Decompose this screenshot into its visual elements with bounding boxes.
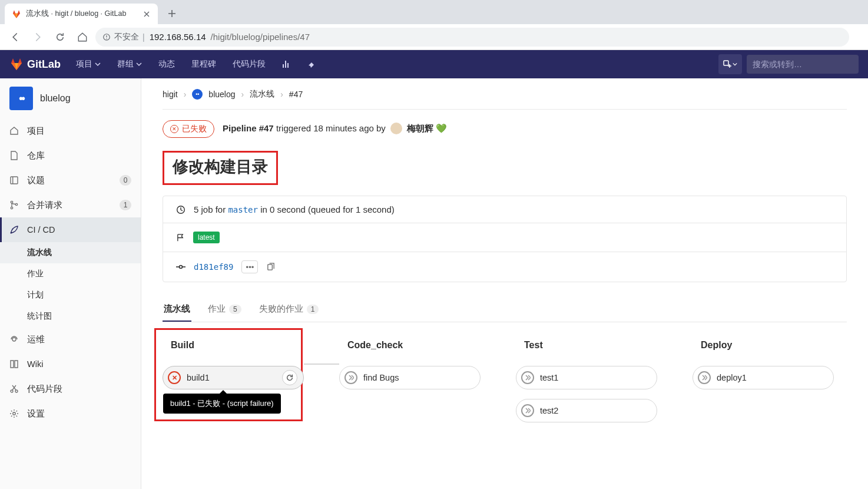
sidebar-item-issues[interactable]: 议题 0 bbox=[0, 168, 141, 193]
job-skipped-icon bbox=[521, 371, 534, 384]
pipeline-info-card: 5 job for master in 0 second (queued for… bbox=[163, 196, 847, 282]
svg-point-11 bbox=[15, 390, 18, 392]
reload-button[interactable] bbox=[51, 28, 69, 47]
commit-menu-button[interactable]: ••• bbox=[241, 260, 258, 273]
tab-jobs[interactable]: 作业5 bbox=[207, 298, 243, 322]
project-header[interactable]: •• bluelog bbox=[0, 78, 141, 118]
breadcrumb-project-avatar: •• bbox=[192, 89, 203, 100]
job-test1[interactable]: test1 bbox=[516, 366, 657, 389]
nav-activity[interactable]: 动态 bbox=[153, 50, 181, 78]
commit-title-highlight: 修改构建目录 bbox=[163, 151, 278, 185]
heart-icon: 💚 bbox=[436, 123, 447, 133]
job-build1[interactable]: ✕ build1 build1 - 已失败 - (script failure) bbox=[163, 366, 304, 389]
svg-point-12 bbox=[13, 412, 15, 415]
pipeline-description: Pipeline #47 triggered 18 minutes ago by… bbox=[223, 123, 447, 135]
sidebar-item-ops[interactable]: 运维 bbox=[0, 327, 141, 352]
svg-point-7 bbox=[11, 207, 12, 209]
breadcrumb-project[interactable]: bluelog bbox=[208, 90, 235, 99]
issues-icon bbox=[9, 176, 19, 185]
nav-plus-button[interactable] bbox=[718, 54, 742, 74]
sidebar-item-cicd[interactable]: CI / CD bbox=[0, 217, 141, 242]
job-test2[interactable]: test2 bbox=[516, 399, 657, 422]
nav-groups[interactable]: 群组 bbox=[111, 50, 148, 78]
nav-search-input[interactable] bbox=[747, 55, 859, 74]
commit-sha-link[interactable]: d181ef89 bbox=[194, 262, 233, 272]
pipeline-status-badge[interactable]: ✕ 已失败 bbox=[163, 120, 214, 138]
address-bar[interactable]: 不安全 | 192.168.56.14/higit/bluelog/pipeli… bbox=[95, 28, 849, 47]
chevron-right-icon: › bbox=[184, 90, 187, 99]
job-deploy1[interactable]: deploy1 bbox=[693, 366, 834, 389]
chevron-right-icon: › bbox=[280, 90, 283, 99]
sidebar-sub-pipelines[interactable]: 流水线 bbox=[0, 242, 141, 263]
sidebar-item-project[interactable]: 项目 bbox=[0, 118, 141, 143]
insecure-icon: 不安全 | bbox=[102, 32, 145, 42]
new-tab-button[interactable] bbox=[164, 5, 180, 22]
sidebar-item-repo[interactable]: 仓库 bbox=[0, 143, 141, 168]
svg-point-8 bbox=[15, 203, 17, 205]
pipeline-graph: Build ✕ build1 build1 - 已失败 - (script fa… bbox=[163, 322, 847, 432]
gitlab-logo[interactable]: GitLab bbox=[9, 57, 61, 71]
nav-chart-icon[interactable] bbox=[276, 54, 296, 74]
svg-point-14 bbox=[180, 266, 183, 269]
file-icon bbox=[9, 151, 19, 160]
tab-pipeline[interactable]: 流水线 bbox=[163, 298, 191, 322]
issues-count: 0 bbox=[120, 175, 131, 186]
project-name: bluelog bbox=[40, 93, 71, 104]
browser-tab[interactable]: 流水线 · higit / bluelog · GitLab bbox=[5, 4, 158, 24]
nav-milestones[interactable]: 里程碑 bbox=[185, 50, 222, 78]
clock-icon bbox=[176, 205, 185, 214]
tab-title: 流水线 · higit / bluelog · GitLab bbox=[26, 9, 138, 19]
commit-icon bbox=[176, 262, 185, 272]
job-skipped-icon bbox=[521, 404, 534, 417]
breadcrumb-section[interactable]: 流水线 bbox=[250, 89, 274, 100]
sidebar: •• bluelog 项目 仓库 议题 0 合并请求 1 CI / CD 流水线… bbox=[0, 78, 141, 489]
failed-icon: ✕ bbox=[170, 125, 178, 133]
sidebar-item-snippets[interactable]: 代码片段 bbox=[0, 376, 141, 401]
home-button[interactable] bbox=[73, 28, 92, 47]
gear-icon bbox=[9, 409, 19, 418]
merge-icon bbox=[9, 200, 19, 210]
tag-latest[interactable]: latest bbox=[193, 232, 220, 243]
gitlab-favicon-icon bbox=[12, 9, 21, 19]
ops-icon bbox=[9, 335, 19, 344]
tab-failed-jobs[interactable]: 失败的作业1 bbox=[258, 298, 320, 322]
svg-point-10 bbox=[11, 390, 13, 392]
chevron-right-icon: › bbox=[241, 90, 244, 99]
job-find-bugs[interactable]: find Bugs bbox=[339, 366, 481, 389]
back-button[interactable] bbox=[6, 28, 25, 47]
stage-build: Build ✕ build1 build1 - 已失败 - (script fa… bbox=[163, 338, 304, 432]
job-failed-icon: ✕ bbox=[168, 371, 181, 384]
breadcrumb-group[interactable]: higit bbox=[163, 90, 178, 99]
commit-row: d181ef89 ••• bbox=[163, 252, 846, 282]
copy-sha-button[interactable] bbox=[266, 263, 275, 272]
svg-rect-5 bbox=[12, 177, 13, 184]
job-tooltip: build1 - 已失败 - (script failure) bbox=[163, 394, 281, 414]
branch-link[interactable]: master bbox=[228, 205, 258, 214]
project-avatar: •• bbox=[9, 87, 33, 110]
pipeline-header: ✕ 已失败 Pipeline #47 triggered 18 minutes … bbox=[163, 110, 847, 151]
svg-point-2 bbox=[106, 38, 107, 39]
sidebar-item-merge[interactable]: 合并请求 1 bbox=[0, 193, 141, 217]
wiki-icon bbox=[9, 359, 19, 369]
sidebar-sub-schedules[interactable]: 计划 bbox=[0, 285, 141, 306]
stage-test: Test test1 test2 bbox=[516, 338, 657, 432]
sidebar-sub-charts[interactable]: 统计图 bbox=[0, 306, 141, 327]
sidebar-sub-jobs[interactable]: 作业 bbox=[0, 263, 141, 285]
svg-rect-4 bbox=[11, 177, 18, 184]
job-summary-row: 5 job for master in 0 second (queued for… bbox=[163, 196, 846, 223]
home-icon bbox=[9, 126, 19, 136]
stage-code-check: Code_check find Bugs bbox=[339, 338, 481, 432]
main-content: higit › •• bluelog › 流水线 › #47 ✕ 已失败 Pip… bbox=[141, 78, 868, 489]
triggered-by-user[interactable]: 梅朝辉 bbox=[407, 123, 433, 133]
nav-projects[interactable]: 项目 bbox=[70, 50, 107, 78]
svg-rect-3 bbox=[724, 61, 728, 65]
close-tab-icon[interactable] bbox=[143, 10, 151, 18]
nav-admin-icon[interactable] bbox=[301, 54, 321, 74]
merge-count: 1 bbox=[120, 200, 131, 210]
job-skipped-icon bbox=[344, 371, 357, 384]
job-retry-button[interactable] bbox=[282, 370, 297, 385]
sidebar-item-wiki[interactable]: Wiki bbox=[0, 352, 141, 376]
nav-snippets[interactable]: 代码片段 bbox=[227, 50, 271, 78]
sidebar-item-settings[interactable]: 设置 bbox=[0, 401, 141, 426]
gitlab-navbar: GitLab 项目 群组 动态 里程碑 代码片段 bbox=[0, 50, 868, 78]
